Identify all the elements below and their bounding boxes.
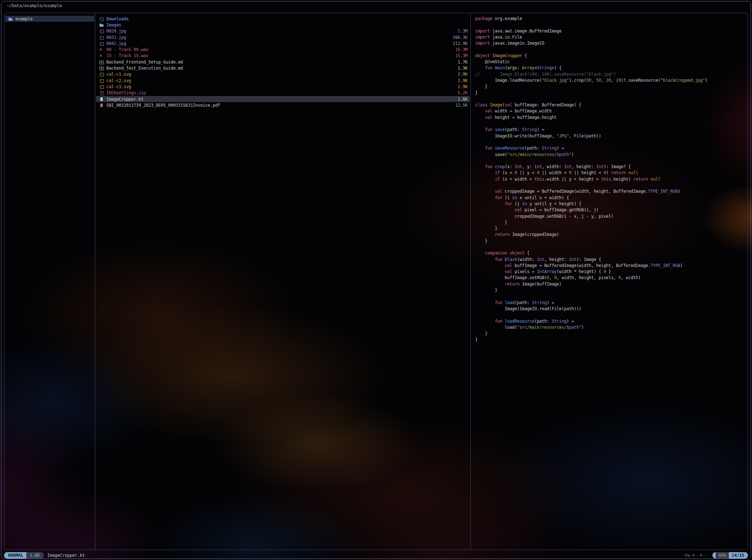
code-line xyxy=(475,22,748,28)
image-icon xyxy=(100,35,104,40)
folder-icon xyxy=(9,17,13,21)
file-size: 2.9K xyxy=(458,72,468,77)
file-row[interactable]: 0028.jpg1.3M xyxy=(96,28,470,34)
kotlin-icon xyxy=(100,97,104,101)
pdf-icon xyxy=(100,103,104,107)
code-line: import java.io.File xyxy=(475,34,748,40)
directory-row[interactable]: Downloads xyxy=(96,16,470,22)
file-size: 1.3M xyxy=(458,29,468,34)
code-line: import java.awt.image.BufferedImage xyxy=(475,28,748,34)
file-row[interactable]: Backend_Test_Execution_Guide.md1.3K xyxy=(96,65,470,71)
code-line: val height = buffImage.height xyxy=(475,115,748,121)
file-row[interactable]: ImageCropper.kt1.6K xyxy=(96,96,470,102)
svg-icon xyxy=(100,79,104,83)
file-name: SBI_0032013739_2023_DE05_0003155631Invoi… xyxy=(106,103,220,108)
file-name: IDEAsettings.zip xyxy=(106,90,146,95)
mode-indicator: NORMAL xyxy=(4,552,26,559)
code-line: } xyxy=(475,337,748,343)
code-line: @JvmStatic xyxy=(475,59,748,65)
file-size: 1.7K xyxy=(458,60,468,65)
file-size: 12.5K xyxy=(455,103,468,108)
code-line: buffImage.setRGB(0, 0, width, height, pi… xyxy=(475,275,748,281)
code-line: } xyxy=(475,238,748,244)
file-size: 15.3M xyxy=(455,47,468,52)
file-row[interactable]: cal-c1.svg2.9K xyxy=(96,71,470,77)
file-row[interactable]: 09 - Track 09.wav15.3M xyxy=(96,46,470,52)
file-row[interactable]: cal-c2.svg2.9K xyxy=(96,77,470,84)
code-line xyxy=(475,244,748,250)
code-line xyxy=(475,293,748,299)
code-line xyxy=(475,312,748,318)
code-line: fun saveResource(path: String) = xyxy=(475,145,748,151)
code-line xyxy=(475,96,748,102)
file-name: cal-c1.svg xyxy=(106,72,131,77)
code-line: fun crop(x: Int, y: Int, width: Int, hei… xyxy=(475,164,748,170)
current-path-title: ~/Data/example/example xyxy=(7,3,62,10)
image-icon xyxy=(100,29,104,33)
file-size-indicator: 1.6K xyxy=(26,552,44,559)
code-line: return Image(croppedImage) xyxy=(475,232,748,238)
code-line: // Image.black(100, 100).saveResource("b… xyxy=(475,71,748,77)
file-row[interactable]: SBI_0032013739_2023_DE05_0003155631Invoi… xyxy=(96,102,470,108)
markdown-icon xyxy=(100,66,104,70)
file-row[interactable]: 0042.jpg212.9K xyxy=(96,40,470,46)
code-line: if (x + width > this.width || y + height… xyxy=(475,176,748,182)
file-size: 1.6K xyxy=(458,97,468,102)
code-line: import javax.imageio.ImageIO xyxy=(475,40,748,46)
file-name: 0031.jpg xyxy=(106,35,126,40)
markdown-icon xyxy=(100,60,104,64)
file-name: cal-c2.svg xyxy=(106,78,131,83)
status-bar-left: NORMAL 1.6K ImageCropper.kt xyxy=(4,552,85,559)
status-filename: ImageCropper.kt xyxy=(47,553,85,558)
file-row[interactable]: cal-c3.svg2.9K xyxy=(96,84,470,90)
code-line: val pixel = buffImage.getRGB(i, j) xyxy=(475,207,748,213)
code-line: object ImageCropper { xyxy=(475,53,748,59)
terminal-window: ~/Data/example/example example Downloads… xyxy=(0,0,752,560)
status-bar: NORMAL 1.6K ImageCropper.kt -rw-r--r-- 9… xyxy=(4,552,748,559)
file-name: Backend_Test_Execution_Guide.md xyxy=(106,66,183,71)
directory-row[interactable]: Images xyxy=(96,22,470,28)
file-row[interactable]: 0031.jpg586.3K xyxy=(96,34,470,40)
file-size: 2.9K xyxy=(458,84,468,89)
code-line xyxy=(475,139,748,145)
file-size: 1.3K xyxy=(458,66,468,71)
code-line: val buffImage = BufferedImage(width, hei… xyxy=(475,263,748,269)
file-size: 2.9K xyxy=(458,78,468,83)
file-size: 5.2K xyxy=(458,90,468,95)
code-line: package org.example xyxy=(475,16,748,22)
code-line: fun main(args: Array<String>) { xyxy=(475,65,748,71)
file-name: Images xyxy=(106,22,121,27)
code-line: } xyxy=(475,220,748,226)
code-line: val croppedImage = BufferedImage(width, … xyxy=(475,188,748,195)
file-row[interactable]: 15 - Track 15.wav15.3M xyxy=(96,53,470,59)
code-line: fun black(width: Int, height: Int): Imag… xyxy=(475,257,748,263)
code-line: fun save(path: String) = xyxy=(475,127,748,133)
code-line: val pixels = IntArray(width * height) { … xyxy=(475,269,748,275)
code-line xyxy=(475,158,748,164)
code-line: fun load(path: String) = xyxy=(475,300,748,306)
file-size: 15.3M xyxy=(455,53,468,58)
code-line: } xyxy=(475,331,748,337)
scroll-percent: 93% xyxy=(716,552,729,559)
code-line xyxy=(475,182,748,188)
directory-row[interactable]: example xyxy=(5,16,94,22)
svg-icon xyxy=(100,72,104,76)
file-name: ImageCropper.kt xyxy=(106,97,143,102)
file-row[interactable]: IDEAsettings.zip5.2K xyxy=(96,90,470,96)
code-line: croppedImage.setRGB(i - x, j - y, pixel) xyxy=(475,213,748,220)
code-line: load("src/main/resources/$path") xyxy=(475,324,748,331)
zip-icon xyxy=(100,91,104,95)
code-line: } xyxy=(475,226,748,232)
status-bar-right: -rw-r--r-- 93% 14/15 xyxy=(682,552,748,559)
file-name: cal-c3.svg xyxy=(106,84,131,89)
code-line: class Image(val buffImage: BufferedImage… xyxy=(475,102,748,108)
file-name: example xyxy=(15,16,32,21)
code-line: } xyxy=(475,90,748,96)
code-line: for (i in x until x + width) { xyxy=(475,195,748,201)
code-line xyxy=(475,121,748,127)
code-line: Image.loadResource("black.jpg").crop(50,… xyxy=(475,77,748,84)
code-line: ImageIO.write(buffImage, "JPG", File(pat… xyxy=(475,133,748,139)
file-row[interactable]: Backend_Frontend_Setup_Guide.md1.7K xyxy=(96,59,470,65)
file-name: 09 - Track 09.wav xyxy=(106,47,148,52)
file-name: 0028.jpg xyxy=(106,29,126,34)
